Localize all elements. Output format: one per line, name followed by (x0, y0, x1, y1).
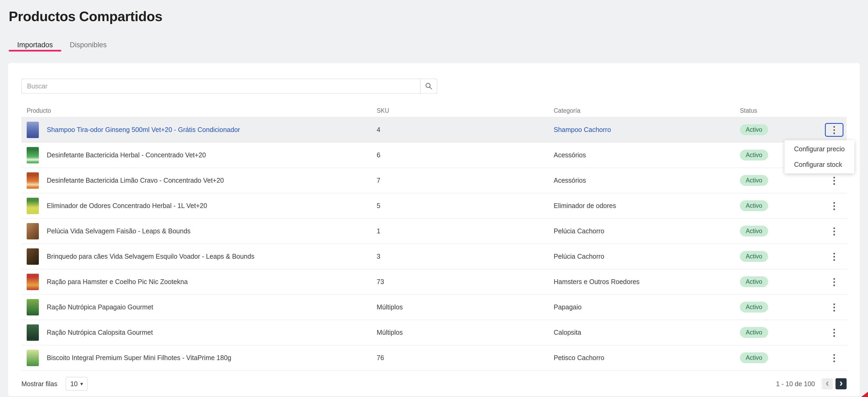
product-thumbnail (27, 198, 39, 214)
status-badge: Activo (740, 150, 768, 161)
rows-per-page-value: 10 (70, 380, 78, 388)
table-row[interactable]: Shampoo Tira-odor Ginseng 500ml Vet+20 -… (21, 117, 847, 142)
row-actions-button[interactable]: ⋮ (825, 351, 843, 365)
product-category: Shampoo Cachorro (554, 126, 735, 134)
product-name[interactable]: Ração para Hamster e Coelho Pic Nic Zoot… (47, 278, 188, 286)
tab-disponibles[interactable]: Disponibles (61, 38, 115, 52)
product-cell: Ração Nutrópica Calopsita Gourmet (21, 324, 377, 341)
product-cell: Ração para Hamster e Coelho Pic Nic Zoot… (21, 274, 377, 290)
actions-cell: ⋮ (822, 250, 847, 263)
status-cell: Activo (735, 200, 822, 211)
product-cell: Pelúcia Vida Selvagem Faisão - Leaps & B… (21, 223, 377, 239)
row-actions-button[interactable]: ⋮ (825, 300, 843, 314)
table-row[interactable]: Pelúcia Vida Selvagem Faisão - Leaps & B… (21, 219, 847, 244)
row-actions-button[interactable]: ⋮ (825, 275, 843, 289)
chevron-left-icon: ‹ (826, 378, 829, 388)
product-thumbnail (27, 122, 39, 138)
tab-importados[interactable]: Importados (9, 38, 61, 52)
product-category: Eliminador de odores (554, 202, 735, 209)
kebab-icon: ⋮ (830, 201, 839, 211)
row-actions-button[interactable]: ⋮ (825, 174, 843, 188)
product-category: Petisco Cachorro (554, 354, 735, 362)
product-name[interactable]: Desinfetante Bactericida Limão Cravo - C… (47, 176, 224, 184)
product-cell: Ração Nutrópica Papagaio Gourmet (21, 299, 377, 316)
row-actions-button[interactable]: ⋮ (825, 326, 843, 339)
status-badge: Activo (740, 124, 768, 135)
product-name[interactable]: Brinquedo para cães Vida Selvagem Esquil… (47, 253, 254, 260)
status-cell: Activo (735, 276, 822, 287)
actions-cell: ⋮ (822, 351, 847, 365)
table-row[interactable]: Desinfetante Bactericida Herbal - Concen… (21, 142, 847, 168)
status-cell: Activo (735, 124, 822, 135)
status-badge: Activo (740, 200, 768, 211)
status-badge: Activo (740, 226, 768, 236)
caret-down-icon: ▾ (80, 381, 83, 387)
status-cell: Activo (735, 226, 822, 236)
header-sku: SKU (377, 107, 554, 114)
page-header: Productos Compartidos Importados Disponi… (0, 0, 868, 52)
rows-per-page-control: Mostrar filas 10 ▾ (21, 377, 87, 391)
next-page-button[interactable]: › (836, 378, 847, 389)
table-row[interactable]: Brinquedo para cães Vida Selvagem Esquil… (21, 244, 847, 269)
product-sku: 5 (377, 202, 554, 209)
previous-page-button[interactable]: ‹ (822, 378, 833, 389)
product-sku: 4 (377, 126, 554, 134)
row-actions-button[interactable]: ⋮ (825, 123, 843, 137)
product-sku: 73 (377, 278, 554, 286)
tab-bar: Importados Disponibles (9, 38, 859, 52)
menu-item-configurar-stock[interactable]: Configurar stock (784, 157, 854, 172)
corner-artifact (861, 392, 868, 397)
search-button[interactable] (420, 79, 437, 94)
status-badge: Activo (740, 327, 768, 338)
table-row[interactable]: Ração Nutrópica Papagaio Gourmet Múltipl… (21, 295, 847, 320)
product-sku: 76 (377, 354, 554, 362)
kebab-icon: ⋮ (830, 227, 839, 236)
kebab-icon: ⋮ (830, 125, 839, 135)
search-icon (425, 82, 432, 90)
product-sku: Múltiplos (377, 329, 554, 336)
actions-cell: ⋮ (822, 275, 847, 289)
header-status: Status (735, 107, 822, 114)
row-actions-button[interactable]: ⋮ (825, 224, 843, 238)
table-footer: Mostrar filas 10 ▾ 1 - 10 de 100 ‹ › (21, 377, 847, 391)
product-sku: 6 (377, 151, 554, 159)
actions-cell: ⋮ (822, 199, 847, 213)
table-row[interactable]: Desinfetante Bactericida Limão Cravo - C… (21, 168, 847, 193)
table-row[interactable]: Biscoito Integral Premium Super Mini Fil… (21, 345, 847, 371)
product-sku: 1 (377, 227, 554, 235)
product-name[interactable]: Pelúcia Vida Selvagem Faisão - Leaps & B… (47, 227, 190, 235)
menu-item-configurar-precio[interactable]: Configurar precio (784, 141, 854, 157)
product-name[interactable]: Biscoito Integral Premium Super Mini Fil… (47, 354, 231, 362)
search-input[interactable] (21, 79, 421, 94)
table-row[interactable]: Ração Nutrópica Calopsita Gourmet Múltip… (21, 320, 847, 345)
kebab-icon: ⋮ (830, 302, 839, 312)
status-cell: Activo (735, 175, 822, 186)
chevron-right-icon: › (839, 378, 843, 388)
actions-cell: ⋮ (822, 174, 847, 188)
product-cell: Shampoo Tira-odor Ginseng 500ml Vet+20 -… (21, 122, 377, 138)
rows-per-page-select[interactable]: 10 ▾ (66, 377, 87, 391)
status-cell: Activo (735, 327, 822, 338)
header-category: Categoría (554, 107, 735, 114)
product-name[interactable]: Ração Nutrópica Calopsita Gourmet (47, 329, 153, 336)
product-thumbnail (27, 324, 39, 341)
product-thumbnail (27, 299, 39, 316)
pagination-range: 1 - 10 de 100 (776, 380, 815, 388)
product-category: Pelúcia Cachorro (554, 227, 735, 235)
product-sku: 3 (377, 253, 554, 260)
product-name[interactable]: Ração Nutrópica Papagaio Gourmet (47, 303, 153, 311)
product-thumbnail (27, 147, 39, 163)
product-name[interactable]: Desinfetante Bactericida Herbal - Concen… (47, 151, 206, 159)
row-actions-button[interactable]: ⋮ (825, 199, 843, 213)
product-thumbnail (27, 350, 39, 366)
table-row[interactable]: Ração para Hamster e Coelho Pic Nic Zoot… (21, 269, 847, 295)
product-cell: Biscoito Integral Premium Super Mini Fil… (21, 350, 377, 366)
product-name[interactable]: Shampoo Tira-odor Ginseng 500ml Vet+20 -… (47, 126, 240, 134)
product-thumbnail (27, 223, 39, 239)
product-category: Pelúcia Cachorro (554, 253, 735, 260)
row-actions-button[interactable]: ⋮ (825, 250, 843, 263)
table-row[interactable]: Eliminador de Odores Concentrado Herbal … (21, 193, 847, 219)
product-name[interactable]: Eliminador de Odores Concentrado Herbal … (47, 202, 207, 209)
product-thumbnail (27, 274, 39, 290)
kebab-icon: ⋮ (830, 353, 839, 363)
